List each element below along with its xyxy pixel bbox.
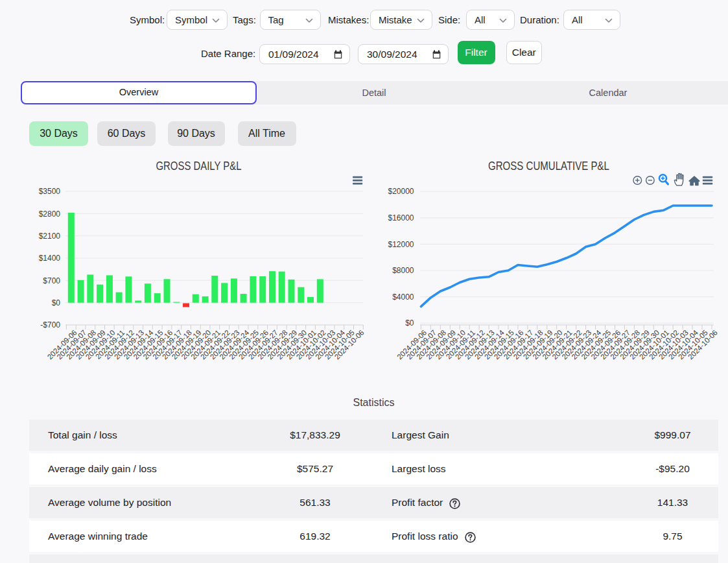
svg-text:$8000: $8000 — [392, 266, 414, 275]
svg-text:$2800: $2800 — [39, 210, 61, 219]
svg-text:$1400: $1400 — [39, 254, 61, 263]
svg-text:-$700: -$700 — [40, 320, 60, 329]
svg-text:$0: $0 — [52, 298, 61, 307]
svg-text:$2100: $2100 — [39, 232, 61, 241]
svg-text:$700: $700 — [43, 276, 60, 285]
svg-text:$0: $0 — [405, 318, 414, 328]
svg-text:$3500: $3500 — [39, 187, 61, 196]
svg-text:$20000: $20000 — [388, 187, 414, 196]
svg-text:GROSS DAILY P&L: GROSS DAILY P&L — [156, 160, 242, 173]
svg-text:$16000: $16000 — [388, 213, 414, 222]
svg-text:GROSS CUMULATIVE P&L: GROSS CUMULATIVE P&L — [488, 160, 609, 173]
svg-text:$4000: $4000 — [392, 293, 414, 302]
svg-text:$12000: $12000 — [388, 240, 414, 249]
